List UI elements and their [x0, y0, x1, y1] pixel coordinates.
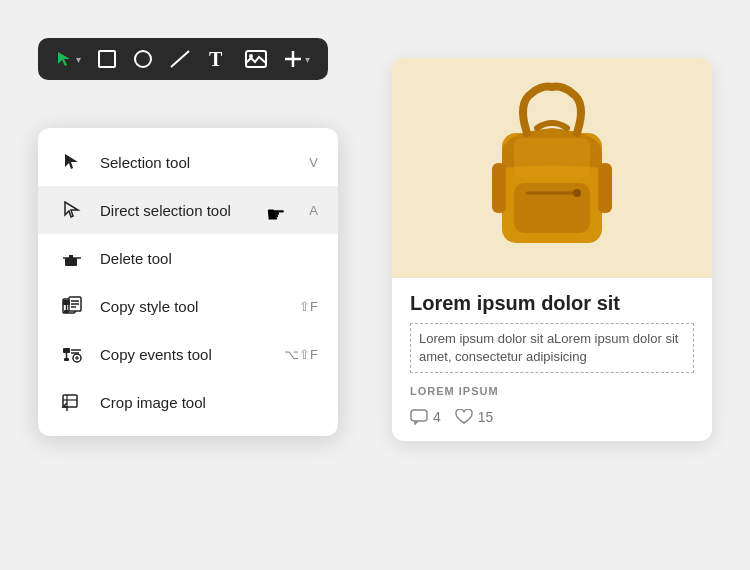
selection-tool-icon — [58, 148, 86, 176]
direct-selection-tool-shortcut: A — [309, 203, 318, 218]
copy-style-tool-shortcut: ⇧F — [299, 299, 318, 314]
toolbar: ▾ T ▾ — [38, 38, 328, 80]
svg-rect-40 — [411, 410, 427, 421]
comment-icon — [410, 409, 428, 425]
svg-rect-21 — [64, 310, 69, 313]
comment-count-value: 4 — [433, 409, 441, 425]
menu-item-crop-image-tool[interactable]: Crop image tool — [38, 378, 338, 426]
svg-point-6 — [249, 54, 253, 58]
menu-item-copy-events-tool[interactable]: Copy events tool ⌥⇧F — [38, 330, 338, 378]
card-body: Lorem ipsum dolor sit Lorem ipsum dolor … — [392, 278, 712, 397]
cursor-hand-icon: ☛ — [266, 202, 286, 228]
svg-line-3 — [171, 51, 189, 67]
copy-style-tool-label: Copy style tool — [100, 298, 299, 315]
svg-rect-22 — [63, 348, 70, 353]
selection-tool-shortcut: V — [309, 155, 318, 170]
copy-events-tool-icon — [58, 340, 86, 368]
card-body-text: Lorem ipsum dolor sit aLorem ipsum dolor… — [410, 323, 694, 373]
svg-rect-24 — [64, 358, 69, 361]
content-card: Lorem ipsum dolor sit Lorem ipsum dolor … — [392, 58, 712, 441]
dropdown-menu: Selection tool V Direct selection tool A… — [38, 128, 338, 436]
copy-events-tool-label: Copy events tool — [100, 346, 284, 363]
card-footer: 4 15 — [392, 409, 712, 425]
toolbar-selection-tool[interactable]: ▾ — [56, 50, 81, 68]
svg-rect-11 — [65, 258, 77, 266]
svg-text:T: T — [209, 48, 223, 70]
copy-style-tool-icon — [58, 292, 86, 320]
heart-icon — [455, 409, 473, 425]
delete-tool-label: Delete tool — [100, 250, 318, 267]
card-image — [392, 58, 712, 278]
svg-marker-10 — [65, 202, 78, 217]
svg-rect-38 — [598, 163, 612, 213]
menu-item-delete-tool[interactable]: Delete tool — [38, 234, 338, 282]
card-title: Lorem ipsum dolor sit — [410, 292, 694, 315]
toolbar-add[interactable]: ▾ — [283, 49, 310, 69]
svg-rect-19 — [63, 300, 70, 305]
svg-point-36 — [573, 189, 581, 197]
toolbar-circle[interactable] — [133, 49, 153, 69]
toolbar-text[interactable]: T — [207, 48, 229, 70]
selection-tool-label: Selection tool — [100, 154, 309, 171]
add-chevron: ▾ — [305, 54, 310, 65]
svg-marker-0 — [58, 52, 70, 66]
card-comment-count: 4 — [410, 409, 441, 425]
toolbar-image[interactable] — [245, 49, 267, 69]
svg-point-2 — [135, 51, 151, 67]
svg-rect-37 — [492, 163, 506, 213]
menu-item-copy-style-tool[interactable]: Copy style tool ⇧F — [38, 282, 338, 330]
card-tag: LOREM IPSUM — [410, 385, 694, 397]
card-like-count: 15 — [455, 409, 494, 425]
delete-tool-icon — [58, 244, 86, 272]
toolbar-line[interactable] — [169, 49, 191, 69]
crop-image-tool-label: Crop image tool — [100, 394, 318, 411]
crop-image-tool-icon — [58, 388, 86, 416]
toolbar-rectangle[interactable] — [97, 49, 117, 69]
selection-chevron: ▾ — [76, 54, 81, 65]
menu-item-selection-tool[interactable]: Selection tool V — [38, 138, 338, 186]
like-count-value: 15 — [478, 409, 494, 425]
copy-events-tool-shortcut: ⌥⇧F — [284, 347, 318, 362]
svg-marker-9 — [65, 154, 78, 169]
direct-selection-tool-icon — [58, 196, 86, 224]
menu-item-direct-selection-tool[interactable]: Direct selection tool A ☛ — [38, 186, 338, 234]
svg-rect-1 — [99, 51, 115, 67]
svg-rect-39 — [514, 138, 590, 178]
